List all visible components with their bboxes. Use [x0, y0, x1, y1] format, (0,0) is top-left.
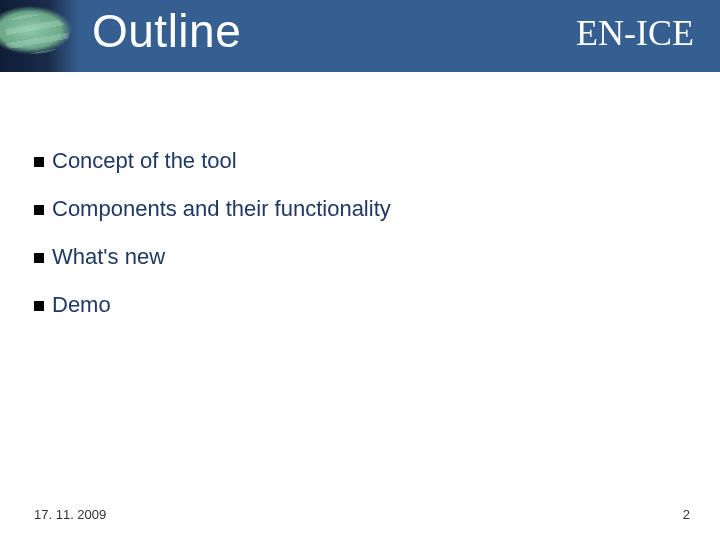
list-item-text: Components and their functionality — [52, 196, 391, 222]
footer-page-number: 2 — [683, 507, 690, 522]
brand-label: EN-ICE — [576, 12, 694, 54]
slide: Outline EN-ICE Concept of the tool Compo… — [0, 0, 720, 540]
footer-date: 17. 11. 2009 — [34, 507, 106, 522]
square-bullet-icon — [34, 157, 44, 167]
list-item: Components and their functionality — [34, 196, 674, 222]
slide-title: Outline — [92, 4, 241, 58]
list-item: What's new — [34, 244, 674, 270]
list-item: Concept of the tool — [34, 148, 674, 174]
square-bullet-icon — [34, 253, 44, 263]
square-bullet-icon — [34, 301, 44, 311]
list-item-text: What's new — [52, 244, 165, 270]
square-bullet-icon — [34, 205, 44, 215]
bullet-list: Concept of the tool Components and their… — [34, 148, 674, 340]
list-item: Demo — [34, 292, 674, 318]
slide-header: Outline EN-ICE — [0, 0, 720, 72]
list-item-text: Demo — [52, 292, 111, 318]
list-item-text: Concept of the tool — [52, 148, 237, 174]
logo-graphic — [0, 0, 80, 72]
